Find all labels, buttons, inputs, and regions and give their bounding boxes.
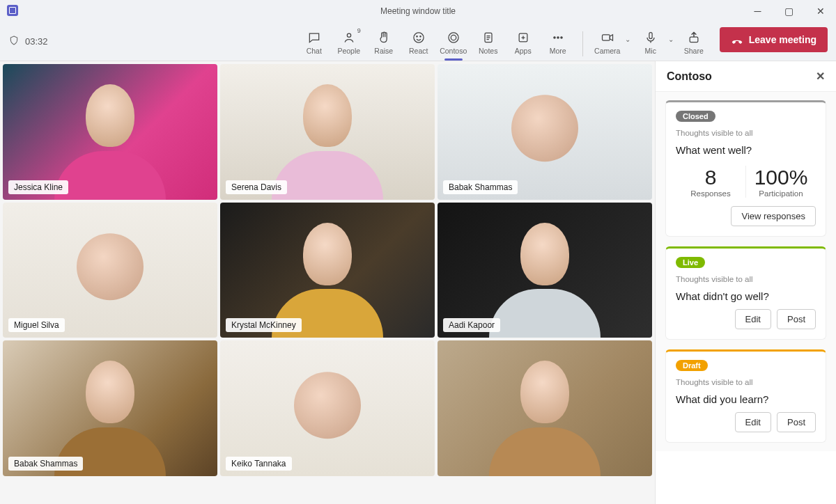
participant-name: Keiko Tannaka <box>226 457 292 471</box>
participant-tile[interactable]: Krystal McKinney <box>220 203 435 338</box>
svg-point-0 <box>347 33 350 37</box>
share-button[interactable]: Share <box>676 27 711 55</box>
meeting-toolbar: 03:32 Chat 9 People Raise React Contoso … <box>0 22 836 61</box>
close-panel-button[interactable]: ✕ <box>816 70 825 83</box>
participant-name: Aadi Kapoor <box>443 318 500 332</box>
responses-count: 8 <box>676 166 745 189</box>
mic-button[interactable]: Mic <box>633 27 668 55</box>
apps-icon <box>506 30 541 45</box>
shield-icon <box>8 35 20 48</box>
people-icon <box>332 30 366 45</box>
face-placeholder <box>520 361 569 423</box>
stats-row: 8 Responses 100% Participation <box>676 163 816 199</box>
maximize-button[interactable]: ▢ <box>773 0 805 22</box>
leave-meeting-button[interactable]: Leave meeting <box>720 27 828 52</box>
face-placeholder <box>303 223 352 285</box>
visibility-text: Thoughts visible to all <box>676 129 816 137</box>
status-badge: Closed <box>676 111 715 122</box>
avatar-circle <box>77 233 144 300</box>
chat-button[interactable]: Chat <box>297 27 332 55</box>
svg-rect-11 <box>602 34 610 40</box>
svg-point-10 <box>561 36 562 38</box>
more-icon <box>541 30 575 45</box>
visibility-text: Thoughts visible to all <box>676 275 816 283</box>
people-count: 9 <box>357 27 361 34</box>
face-placeholder <box>520 223 569 285</box>
contoso-app-button[interactable]: Contoso <box>436 27 471 55</box>
svg-rect-12 <box>649 32 652 38</box>
avatar-circle <box>294 372 361 439</box>
question-text: What went well? <box>676 144 816 156</box>
notes-label: Notes <box>471 47 506 55</box>
apps-button[interactable]: Apps <box>506 27 541 55</box>
participant-tile[interactable]: Keiko Tannaka <box>220 340 435 476</box>
window-controls: ─ ▢ ✕ <box>742 0 836 22</box>
participant-name: Babak Shammas <box>8 457 83 471</box>
participant-tile[interactable]: Aadi Kapoor <box>438 203 652 338</box>
participant-tile[interactable]: Babak Shammas <box>438 64 652 200</box>
svg-point-4 <box>449 32 458 42</box>
camera-button[interactable]: Camera <box>590 27 625 55</box>
people-label: People <box>332 47 366 55</box>
notes-button[interactable]: Notes <box>471 27 506 55</box>
mic-label: Mic <box>633 47 668 55</box>
status-badge: Draft <box>676 360 708 371</box>
toolbar-separator <box>582 31 583 56</box>
question-text: What did you learn? <box>676 393 816 405</box>
camera-label: Camera <box>590 47 625 55</box>
question-card-closed: Closed Thoughts visible to all What went… <box>665 100 826 237</box>
participant-name: Babak Shammas <box>443 180 518 194</box>
camera-options-chevron-icon[interactable]: ⌄ <box>625 27 633 43</box>
contoso-panel: Contoso ✕ Closed Thoughts visible to all… <box>655 61 836 504</box>
svg-point-8 <box>554 36 555 38</box>
post-button[interactable]: Post <box>777 309 816 329</box>
view-responses-button[interactable]: View responses <box>731 206 816 226</box>
question-card-live: Live Thoughts visible to all What didn't… <box>665 246 826 340</box>
teams-logo-icon <box>7 5 18 16</box>
participant-name: Jessica Kline <box>8 180 68 194</box>
edit-button[interactable]: Edit <box>735 412 771 432</box>
share-label: Share <box>676 47 711 55</box>
raise-hand-button[interactable]: Raise <box>366 27 401 55</box>
question-card-draft: Draft Thoughts visible to all What did y… <box>665 349 826 443</box>
panel-title: Contoso <box>667 70 712 83</box>
close-window-button[interactable]: ✕ <box>805 0 836 22</box>
svg-rect-13 <box>690 37 698 42</box>
participant-name: Serena Davis <box>226 180 287 194</box>
participant-tile[interactable] <box>438 340 652 476</box>
participant-name: Miguel Silva <box>8 318 65 332</box>
face-placeholder <box>86 84 134 147</box>
notes-icon <box>471 30 506 45</box>
meeting-timer: 03:32 <box>25 36 48 47</box>
minimize-button[interactable]: ─ <box>742 0 773 22</box>
status-badge: Live <box>676 257 705 268</box>
svg-point-5 <box>451 35 456 40</box>
chat-icon <box>297 30 332 45</box>
participant-tile[interactable]: Miguel Silva <box>3 203 217 338</box>
title-bar: Meeting window title ─ ▢ ✕ <box>0 0 836 22</box>
contoso-label: Contoso <box>436 47 471 55</box>
raise-label: Raise <box>366 47 401 55</box>
video-grid: Jessica Kline Serena Davis Babak Shammas… <box>0 61 655 504</box>
share-icon <box>676 30 711 45</box>
participant-tile[interactable]: Serena Davis <box>220 64 435 200</box>
chat-label: Chat <box>297 47 332 55</box>
participant-tile[interactable]: Babak Shammas <box>3 340 217 476</box>
react-icon <box>401 30 436 45</box>
react-button[interactable]: React <box>401 27 436 55</box>
participant-tile[interactable]: Jessica Kline <box>3 64 217 200</box>
apps-label: Apps <box>506 47 541 55</box>
raise-hand-icon <box>366 30 401 45</box>
face-placeholder <box>303 84 352 147</box>
meeting-timer-area: 03:32 <box>8 35 48 48</box>
more-button[interactable]: More <box>541 27 575 55</box>
people-button[interactable]: 9 People <box>332 27 366 55</box>
responses-label: Responses <box>676 189 745 198</box>
edit-button[interactable]: Edit <box>735 309 771 329</box>
post-button[interactable]: Post <box>777 412 816 432</box>
svg-point-9 <box>557 36 559 38</box>
question-text: What didn't go well? <box>676 290 816 302</box>
leave-label: Leave meeting <box>749 34 816 45</box>
mic-options-chevron-icon[interactable]: ⌄ <box>668 27 676 43</box>
phone-hangup-icon <box>731 33 743 46</box>
